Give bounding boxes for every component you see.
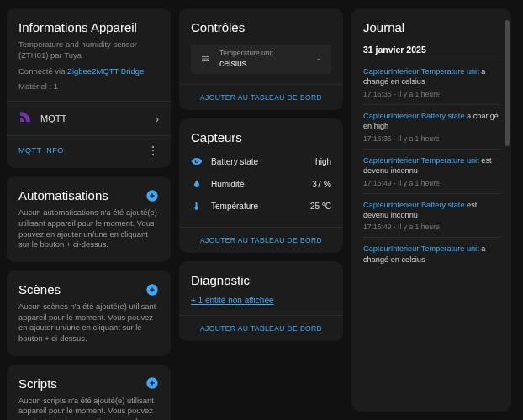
sensor-row-battery[interactable]: Battery state high [191,150,331,173]
automations-desc: Aucun automatisations n'a été ajouté(e) … [18,207,159,250]
journal-title: Journal [363,20,505,34]
device-name-line: Temperature and humidity sensor (ZTH01) … [18,39,159,61]
journal-entry: CapteurInterieur Battery state a changé … [363,104,501,149]
sensor-value: 25 °C [310,202,331,211]
journal-entry: CapteurInterieur Temperature unit est de… [363,149,501,193]
scenes-card: Scènes Aucun scènes n'a été ajouté(e) ut… [7,270,171,356]
scripts-desc: Aucun scripts n'a été ajouté(e) utilisan… [18,396,159,420]
plus-circle-icon [145,189,159,202]
add-to-dashboard-button[interactable]: AJOUTER AU TABLEAU DE BORD [179,84,343,110]
journal-entry: CapteurInterieur Temperature unit a chan… [363,237,501,273]
journal-entity-link[interactable]: CapteurInterieur Temperature unit [363,156,479,165]
diagnostic-title: Diagnostic [191,273,331,287]
hidden-entities-link[interactable]: + 1 entité non affichée [191,296,331,305]
sensor-row-temperature[interactable]: Température 25 °C [191,195,331,217]
controls-title: Contrôles [191,20,331,34]
device-material-line: Matériel : 1 [18,81,159,92]
scripts-title: Scripts [18,376,57,391]
add-scene-button[interactable] [145,283,159,297]
plus-circle-icon [145,283,159,297]
journal-entity-link[interactable]: CapteurInterieur Battery state [363,112,465,120]
journal-entity-link[interactable]: CapteurInterieur Temperature unit [363,67,479,76]
scenes-desc: Aucun scènes n'a été ajouté(e) utilisant… [18,302,159,344]
add-script-button[interactable] [145,376,159,390]
device-info-card: Informations Appareil Temperature and hu… [7,8,171,168]
water-drop-icon [191,179,203,189]
sensor-name: Température [211,202,258,211]
select-value: celsius [219,58,273,68]
diagnostic-card: Diagnostic + 1 entité non affichée AJOUT… [179,261,343,341]
scrollbar-thumb[interactable] [505,20,510,146]
journal-scroll-area[interactable]: 31 janvier 2025 CapteurInterieur Tempera… [363,41,505,402]
journal-entry: CapteurInterieur Temperature unit a chan… [363,60,501,104]
journal-entity-link[interactable]: CapteurInterieur Temperature unit [363,244,479,253]
automations-card: Automatisations Aucun automatisations n'… [7,176,171,262]
sensor-row-humidity[interactable]: Humidité 37 % [191,173,331,195]
journal-card: Journal 31 janvier 2025 CapteurInterieur… [351,8,511,412]
controls-card: Contrôles Temperature unit celsius AJOUT… [179,8,343,110]
mqtt-icon [18,110,32,127]
sensor-value: high [315,157,331,166]
mqtt-info-button[interactable]: MQTT INFO [18,146,64,155]
thermometer-icon [191,201,203,211]
journal-entry-time: 17:15:49 - Il y a 1 heure [363,223,501,231]
journal-date: 31 janvier 2025 [363,45,501,55]
eye-icon [191,155,203,167]
select-label: Temperature unit [219,49,273,57]
device-info-title: Informations Appareil [18,20,159,34]
bridge-link[interactable]: Zigbee2MQTT Bridge [67,66,144,76]
sensors-card: Capteurs Battery state high Humidité 37 … [179,118,343,253]
connected-prefix: Connecté via [18,66,67,76]
add-automation-button[interactable] [145,189,159,202]
mqtt-label: MQTT [40,113,66,123]
sensors-title: Capteurs [191,130,331,144]
add-to-dashboard-button[interactable]: AJOUTER AU TABLEAU DE BORD [179,227,343,253]
chevron-right-icon: › [156,113,159,125]
sensor-name: Humidité [211,180,244,189]
journal-entry: CapteurInterieur Battery state est deven… [363,193,501,238]
device-connected-line: Connecté via Zigbee2MQTT Bridge [18,66,159,77]
list-icon [199,54,211,64]
overflow-menu-icon[interactable]: ⋮ [147,144,159,156]
temperature-unit-select[interactable]: Temperature unit celsius [191,45,331,74]
journal-entry-time: 17:15:49 - Il y a 1 heure [363,179,501,187]
scenes-title: Scènes [18,282,61,297]
sensor-name: Battery state [211,157,258,166]
add-to-dashboard-button[interactable]: AJOUTER AU TABLEAU DE BORD [179,315,343,341]
scripts-card: Scripts Aucun scripts n'a été ajouté(e) … [7,365,171,420]
journal-entry-time: 17:16:35 - Il y a 1 heure [363,134,501,143]
journal-entry-time: 17:16:35 - Il y a 1 heure [363,90,501,98]
mqtt-integration-row[interactable]: MQTT › [18,102,159,127]
journal-entity-link[interactable]: CapteurInterieur Battery state [363,201,465,209]
plus-circle-icon [145,376,159,390]
automations-title: Automatisations [18,188,108,202]
chevron-down-icon [314,52,323,67]
sensor-value: 37 % [312,180,331,189]
